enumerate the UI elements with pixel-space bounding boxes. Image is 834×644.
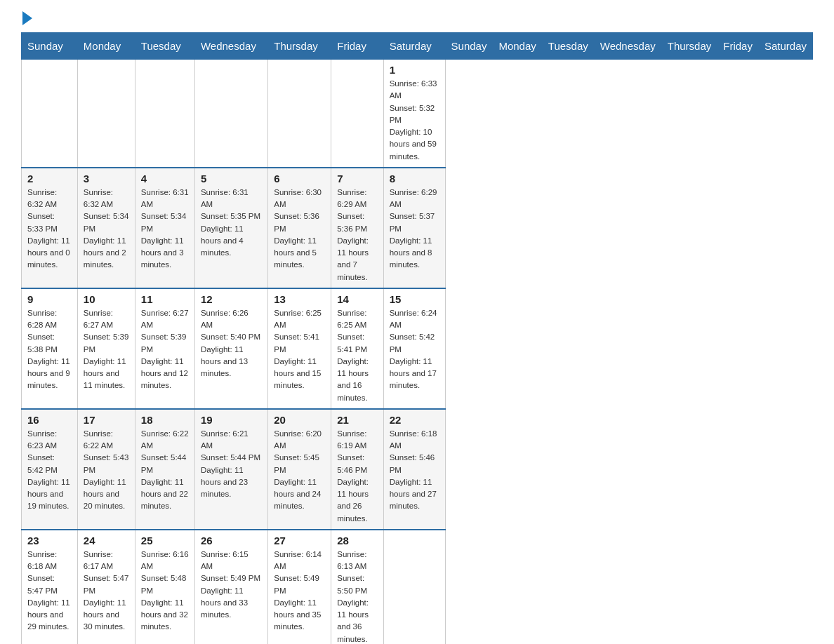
day-sun-info: Sunrise: 6:16 AM Sunset: 5:48 PM Dayligh…: [141, 549, 189, 633]
day-sun-info: Sunrise: 6:14 AM Sunset: 5:49 PM Dayligh…: [274, 549, 325, 633]
day-number: 6: [274, 173, 325, 185]
day-of-week-header: Sunday: [22, 33, 78, 60]
day-sun-info: Sunrise: 6:32 AM Sunset: 5:33 PM Dayligh…: [27, 187, 72, 271]
calendar-cell: [331, 60, 383, 168]
day-number: 7: [337, 173, 377, 185]
calendar-week-row: 2Sunrise: 6:32 AM Sunset: 5:33 PM Daylig…: [22, 168, 813, 288]
day-number: 16: [27, 414, 72, 426]
day-number: 18: [141, 414, 189, 426]
day-sun-info: Sunrise: 6:19 AM Sunset: 5:46 PM Dayligh…: [337, 428, 377, 525]
day-sun-info: Sunrise: 6:20 AM Sunset: 5:45 PM Dayligh…: [274, 428, 325, 513]
day-of-week-header: Tuesday: [135, 33, 194, 60]
weekday-header: Saturday: [758, 33, 812, 60]
day-sun-info: Sunrise: 6:27 AM Sunset: 5:39 PM Dayligh…: [141, 307, 189, 392]
calendar-cell: [77, 60, 135, 168]
calendar-cell: 6Sunrise: 6:30 AM Sunset: 5:36 PM Daylig…: [268, 168, 331, 288]
calendar-cell: 19Sunrise: 6:21 AM Sunset: 5:44 PM Dayli…: [194, 409, 267, 530]
day-sun-info: Sunrise: 6:29 AM Sunset: 5:37 PM Dayligh…: [390, 187, 439, 271]
calendar-cell: 11Sunrise: 6:27 AM Sunset: 5:39 PM Dayli…: [135, 288, 194, 409]
day-of-week-header: Thursday: [268, 33, 331, 60]
day-number: 27: [274, 535, 325, 546]
day-sun-info: Sunrise: 6:13 AM Sunset: 5:50 PM Dayligh…: [337, 549, 377, 644]
logo-arrow-icon: [22, 11, 32, 25]
day-sun-info: Sunrise: 6:26 AM Sunset: 5:40 PM Dayligh…: [201, 307, 262, 380]
weekday-header: Wednesday: [594, 33, 661, 60]
weekday-header: Tuesday: [542, 33, 594, 60]
calendar-cell: 18Sunrise: 6:22 AM Sunset: 5:44 PM Dayli…: [135, 409, 194, 530]
calendar-cell: 2Sunrise: 6:32 AM Sunset: 5:33 PM Daylig…: [22, 168, 78, 288]
calendar-cell: 24Sunrise: 6:17 AM Sunset: 5:47 PM Dayli…: [77, 530, 135, 644]
day-number: 19: [201, 414, 262, 426]
day-sun-info: Sunrise: 6:15 AM Sunset: 5:49 PM Dayligh…: [201, 549, 262, 622]
calendar-week-row: 23Sunrise: 6:18 AM Sunset: 5:47 PM Dayli…: [22, 530, 813, 644]
day-number: 5: [201, 173, 262, 185]
day-number: 2: [27, 173, 72, 185]
day-sun-info: Sunrise: 6:33 AM Sunset: 5:32 PM Dayligh…: [390, 78, 439, 163]
day-number: 15: [390, 293, 439, 305]
day-number: 11: [141, 293, 189, 305]
day-sun-info: Sunrise: 6:30 AM Sunset: 5:36 PM Dayligh…: [274, 187, 325, 271]
logo: [21, 14, 32, 25]
calendar-cell: 25Sunrise: 6:16 AM Sunset: 5:48 PM Dayli…: [135, 530, 194, 644]
day-sun-info: Sunrise: 6:24 AM Sunset: 5:42 PM Dayligh…: [390, 307, 439, 392]
calendar-cell: 22Sunrise: 6:18 AM Sunset: 5:46 PM Dayli…: [383, 409, 445, 530]
calendar-cell: 8Sunrise: 6:29 AM Sunset: 5:37 PM Daylig…: [383, 168, 445, 288]
day-sun-info: Sunrise: 6:18 AM Sunset: 5:47 PM Dayligh…: [27, 549, 72, 633]
calendar-cell: 9Sunrise: 6:28 AM Sunset: 5:38 PM Daylig…: [22, 288, 78, 409]
calendar-table: SundayMondayTuesdayWednesdayThursdayFrid…: [21, 32, 813, 644]
calendar-cell: 17Sunrise: 6:22 AM Sunset: 5:43 PM Dayli…: [77, 409, 135, 530]
day-sun-info: Sunrise: 6:23 AM Sunset: 5:42 PM Dayligh…: [27, 428, 72, 513]
day-number: 3: [84, 173, 129, 185]
day-of-week-header: Wednesday: [194, 33, 267, 60]
calendar-cell: 20Sunrise: 6:20 AM Sunset: 5:45 PM Dayli…: [268, 409, 331, 530]
day-number: 17: [84, 414, 129, 426]
calendar-cell: 27Sunrise: 6:14 AM Sunset: 5:49 PM Dayli…: [268, 530, 331, 644]
day-sun-info: Sunrise: 6:21 AM Sunset: 5:44 PM Dayligh…: [201, 428, 262, 501]
calendar-cell: 10Sunrise: 6:27 AM Sunset: 5:39 PM Dayli…: [77, 288, 135, 409]
calendar-cell: 1Sunrise: 6:33 AM Sunset: 5:32 PM Daylig…: [383, 60, 445, 168]
calendar-cell: 5Sunrise: 6:31 AM Sunset: 5:35 PM Daylig…: [194, 168, 267, 288]
day-number: 12: [201, 293, 262, 305]
weekday-header: Thursday: [661, 33, 717, 60]
calendar-cell: 28Sunrise: 6:13 AM Sunset: 5:50 PM Dayli…: [331, 530, 383, 644]
calendar-cell: 13Sunrise: 6:25 AM Sunset: 5:41 PM Dayli…: [268, 288, 331, 409]
calendar-cell: [194, 60, 267, 168]
day-number: 9: [27, 293, 72, 305]
calendar-cell: 3Sunrise: 6:32 AM Sunset: 5:34 PM Daylig…: [77, 168, 135, 288]
day-number: 14: [337, 293, 377, 305]
calendar-cell: 26Sunrise: 6:15 AM Sunset: 5:49 PM Dayli…: [194, 530, 267, 644]
day-of-week-header: Friday: [331, 33, 383, 60]
day-number: 4: [141, 173, 189, 185]
calendar-cell: 15Sunrise: 6:24 AM Sunset: 5:42 PM Dayli…: [383, 288, 445, 409]
day-number: 23: [27, 535, 72, 546]
calendar-cell: [383, 530, 445, 644]
calendar-week-row: 16Sunrise: 6:23 AM Sunset: 5:42 PM Dayli…: [22, 409, 813, 530]
calendar-cell: [268, 60, 331, 168]
day-sun-info: Sunrise: 6:31 AM Sunset: 5:34 PM Dayligh…: [141, 187, 189, 271]
day-sun-info: Sunrise: 6:25 AM Sunset: 5:41 PM Dayligh…: [337, 307, 377, 404]
calendar-cell: 7Sunrise: 6:29 AM Sunset: 5:36 PM Daylig…: [331, 168, 383, 288]
day-number: 22: [390, 414, 439, 426]
day-number: 28: [337, 535, 377, 546]
day-number: 1: [390, 64, 439, 76]
day-of-week-header: Saturday: [383, 33, 445, 60]
day-sun-info: Sunrise: 6:28 AM Sunset: 5:38 PM Dayligh…: [27, 307, 72, 392]
day-sun-info: Sunrise: 6:17 AM Sunset: 5:47 PM Dayligh…: [84, 549, 129, 633]
day-sun-info: Sunrise: 6:29 AM Sunset: 5:36 PM Dayligh…: [337, 187, 377, 283]
day-sun-info: Sunrise: 6:25 AM Sunset: 5:41 PM Dayligh…: [274, 307, 325, 392]
header-row: SundayMondayTuesdayWednesdayThursdayFrid…: [22, 33, 813, 60]
calendar-cell: 21Sunrise: 6:19 AM Sunset: 5:46 PM Dayli…: [331, 409, 383, 530]
day-number: 21: [337, 414, 377, 426]
calendar-cell: [22, 60, 78, 168]
day-sun-info: Sunrise: 6:32 AM Sunset: 5:34 PM Dayligh…: [84, 187, 129, 271]
page-header: [21, 14, 813, 25]
day-number: 25: [141, 535, 189, 546]
day-number: 8: [390, 173, 439, 185]
calendar-cell: 14Sunrise: 6:25 AM Sunset: 5:41 PM Dayli…: [331, 288, 383, 409]
day-sun-info: Sunrise: 6:18 AM Sunset: 5:46 PM Dayligh…: [390, 428, 439, 513]
calendar-cell: 4Sunrise: 6:31 AM Sunset: 5:34 PM Daylig…: [135, 168, 194, 288]
day-number: 26: [201, 535, 262, 546]
day-number: 13: [274, 293, 325, 305]
day-number: 24: [84, 535, 129, 546]
calendar-cell: 16Sunrise: 6:23 AM Sunset: 5:42 PM Dayli…: [22, 409, 78, 530]
